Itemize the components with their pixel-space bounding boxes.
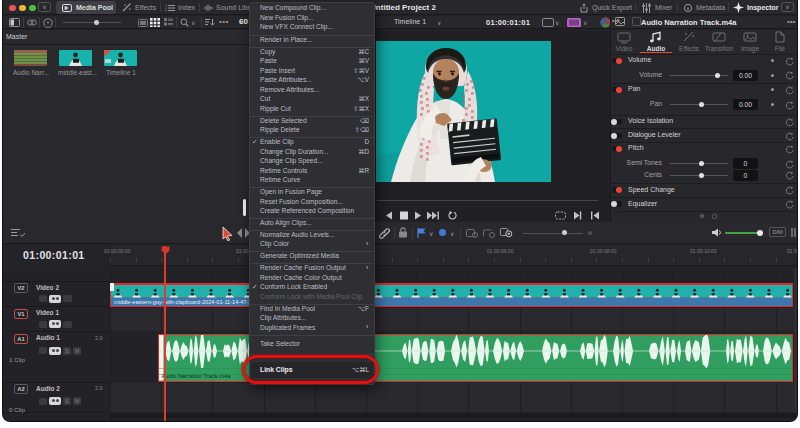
svg-text:Audio Narration Track.m4a: Audio Narration Track.m4a <box>162 373 232 379</box>
